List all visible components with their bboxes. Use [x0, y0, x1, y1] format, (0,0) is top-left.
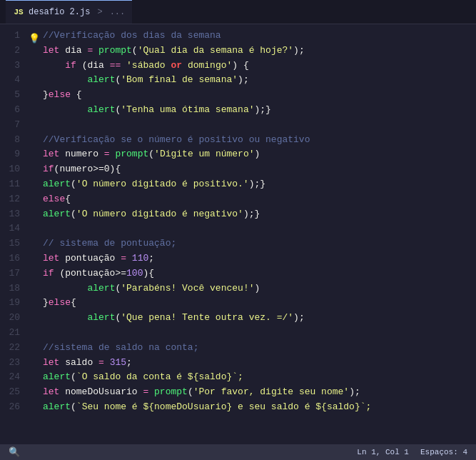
line-number: 15	[0, 236, 29, 251]
token-string: 'Que pena! Tente outra vez. =/'	[121, 312, 293, 323]
token-keyword: else	[49, 89, 71, 100]
token-string: 'O número digitado é negativo'	[76, 209, 243, 219]
code-line: }else{	[40, 296, 476, 311]
line-number: 8	[0, 133, 29, 148]
token-keyword: if	[43, 268, 54, 279]
line-number: 6	[0, 103, 29, 118]
token-plain: pontuação	[59, 253, 121, 264]
token-plain: nomeDoUsuario	[65, 386, 143, 397]
code-line: let pontuação = 110;	[40, 251, 476, 266]
token-number: 100	[126, 268, 143, 279]
token-plain: ;}	[254, 179, 265, 189]
code-line: let dia = prompt('Qual dia da semana é h…	[40, 44, 476, 59]
line-number: 19	[0, 296, 29, 311]
token-paren: )	[293, 312, 299, 323]
search-icon: 🔍	[9, 446, 20, 458]
token-paren: )	[254, 283, 260, 294]
token-plain: }	[43, 297, 49, 308]
token-plain: ;}	[249, 209, 260, 219]
token-keyword: else	[49, 297, 71, 308]
token-plain: {	[65, 194, 71, 204]
code-line: alert(`Seu nome é ${nomeDoUsuario} e seu…	[40, 400, 476, 415]
token-tpl: `O saldo da conta é ${saldo}`;	[76, 371, 243, 382]
token-fn: alert	[87, 74, 115, 85]
token-fn: alert	[87, 312, 115, 323]
line-number: 18	[0, 281, 29, 296]
code-line: alert('Que pena! Tente outra vez. =/');	[40, 311, 476, 326]
line-number: 3	[0, 59, 29, 74]
token-plain: (pontuação>=	[54, 268, 126, 279]
status-bar: 🔍 Ln 1, Col 1 Espaços: 4	[0, 444, 476, 460]
token-plain: ;	[299, 45, 305, 56]
code-line: if (dia == 'sábado or domingo') {	[40, 59, 476, 74]
code-line: alert('O número digitado é negativo');}	[40, 207, 476, 222]
token-plain: }	[43, 89, 49, 100]
code-line: else{	[40, 192, 476, 207]
token-string: 'Bom final de semana'	[121, 74, 238, 85]
token-paren: (	[188, 386, 193, 397]
token-string: 'Por favor, digite seu nome'	[193, 386, 349, 397]
token-plain	[93, 45, 98, 56]
token-fn: prompt	[154, 386, 188, 397]
code-line: let numero = prompt('Digite um número')	[40, 147, 476, 162]
token-plain: ;}	[260, 104, 271, 115]
token-fn: alert	[43, 401, 71, 412]
token-plain: ;	[148, 253, 154, 264]
token-string: 'sábado	[126, 60, 166, 71]
line-number: 11	[0, 177, 29, 192]
token-paren: )	[293, 45, 299, 56]
token-string: 'Parabéns! Você venceu!'	[121, 283, 254, 294]
line-number: 13	[0, 207, 29, 222]
token-plain: ){	[143, 268, 154, 279]
line-number: 5	[0, 88, 29, 103]
code-line: let saldo = 315;	[40, 356, 476, 371]
tab-filename: desafio 2.js	[29, 7, 90, 17]
token-plain	[43, 283, 87, 294]
code-line	[40, 326, 476, 341]
code-line: if(numero>=0){	[40, 162, 476, 177]
code-line	[40, 118, 476, 133]
token-let: let	[43, 45, 59, 56]
token-paren: )	[255, 149, 260, 159]
token-paren: (	[71, 179, 76, 189]
code-line: //Verificação se o número é positivo ou …	[40, 133, 476, 148]
token-op: =	[98, 357, 104, 368]
token-plain: ) {	[232, 60, 248, 71]
token-or: or	[171, 60, 182, 71]
token-comment: //sistema de saldo na conta;	[43, 342, 198, 353]
token-paren: )	[238, 74, 243, 85]
token-tpl: `Seu nome é ${nomeDoUsuario} e seu saldo…	[76, 401, 371, 412]
code-line: //Verificação dos dias da semana	[40, 29, 476, 44]
bulb-icon: 💡	[29, 33, 40, 44]
token-paren: )	[243, 209, 249, 219]
line-number: 4	[0, 73, 29, 88]
line-number: 16	[0, 251, 29, 266]
token-comment: //Verificação se o número é positivo ou …	[43, 134, 310, 145]
token-plain	[126, 253, 132, 264]
code-line: let nomeDoUsuario = prompt('Por favor, d…	[40, 385, 476, 400]
token-paren: (	[132, 45, 138, 56]
line-number: 17	[0, 266, 29, 281]
line-number: 23	[0, 356, 29, 371]
token-plain: ;	[126, 357, 132, 368]
token-let: let	[43, 386, 59, 397]
token-number: 110	[132, 253, 148, 264]
token-keyword: else	[43, 194, 65, 204]
js-icon: JS	[13, 6, 24, 18]
token-plain	[148, 386, 154, 397]
gutter: 💡	[29, 24, 37, 444]
token-plain	[121, 60, 126, 71]
line-number: 26	[0, 400, 29, 415]
tab-bar: JS desafio 2.js > ...	[0, 0, 476, 24]
token-paren: )	[349, 386, 355, 397]
line-number: 22	[0, 341, 29, 356]
token-plain	[43, 60, 65, 71]
token-plain: (dia	[76, 60, 110, 71]
line-number: 2	[0, 44, 29, 59]
tab-separator: >	[97, 7, 102, 17]
token-plain: {	[71, 297, 76, 308]
tab-item[interactable]: JS desafio 2.js > ...	[6, 0, 132, 24]
token-plain	[43, 104, 87, 115]
token-string: 'Digite um número'	[154, 149, 254, 159]
code-content[interactable]: //Verificação dos dias da semanalet dia …	[37, 24, 476, 444]
